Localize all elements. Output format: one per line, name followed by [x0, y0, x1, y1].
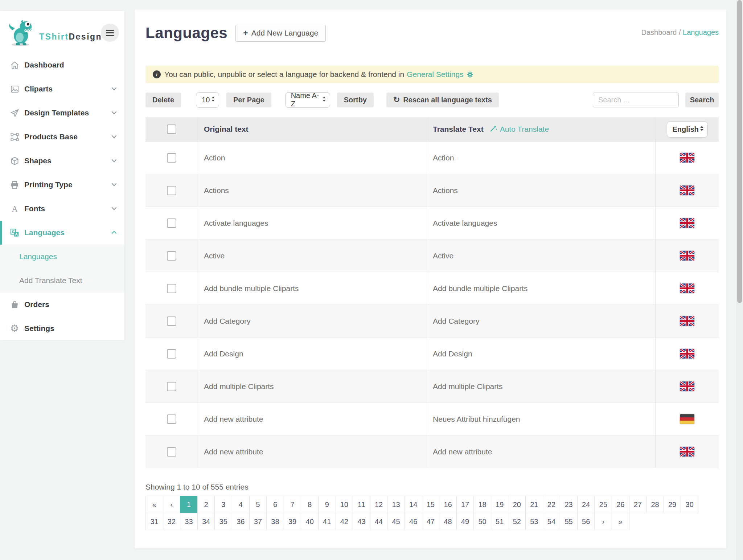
- page-button-11[interactable]: 11: [353, 496, 370, 513]
- page-button-15[interactable]: 15: [422, 496, 440, 513]
- page-button-51[interactable]: 51: [491, 513, 509, 530]
- page-button-2[interactable]: 2: [197, 496, 215, 513]
- page-button-41[interactable]: 41: [318, 513, 336, 530]
- page-button-39[interactable]: 39: [284, 513, 301, 530]
- page-button-17[interactable]: 17: [456, 496, 474, 513]
- row-checkbox[interactable]: [167, 414, 176, 424]
- page-button-56[interactable]: 56: [577, 513, 595, 530]
- page-last-button[interactable]: »: [612, 513, 629, 530]
- sortby-button[interactable]: Sortby: [337, 93, 374, 107]
- page-button-25[interactable]: 25: [594, 496, 612, 513]
- page-button-26[interactable]: 26: [612, 496, 629, 513]
- page-button-30[interactable]: 30: [681, 496, 698, 513]
- row-checkbox[interactable]: [167, 382, 176, 391]
- page-button-54[interactable]: 54: [543, 513, 561, 530]
- page-button-9[interactable]: 9: [318, 496, 336, 513]
- page-button-42[interactable]: 42: [336, 513, 353, 530]
- page-button-21[interactable]: 21: [525, 496, 543, 513]
- page-button-48[interactable]: 48: [439, 513, 457, 530]
- page-next-button[interactable]: ›: [594, 513, 612, 530]
- sidebar-item-dashboard[interactable]: Dashboard: [0, 53, 124, 77]
- page-button-18[interactable]: 18: [473, 496, 491, 513]
- page-prev-button[interactable]: ‹: [163, 496, 181, 513]
- row-checkbox[interactable]: [167, 153, 176, 163]
- sidebar-item-label: Fonts: [24, 204, 45, 213]
- sidebar-item-design-templates[interactable]: Design Templates: [0, 101, 124, 125]
- page-button-45[interactable]: 45: [387, 513, 405, 530]
- page-button-38[interactable]: 38: [266, 513, 284, 530]
- language-select[interactable]: English: [667, 121, 708, 138]
- page-button-27[interactable]: 27: [629, 496, 647, 513]
- general-settings-link[interactable]: General Settings: [407, 70, 463, 79]
- sidebar-item-languages[interactable]: ALanguages: [0, 221, 124, 245]
- page-button-6[interactable]: 6: [266, 496, 284, 513]
- add-new-language-button[interactable]: + Add New Language: [235, 25, 326, 42]
- sidebar-item-products-base[interactable]: Products Base: [0, 125, 124, 149]
- page-button-8[interactable]: 8: [301, 496, 319, 513]
- page-first-button[interactable]: «: [145, 496, 163, 513]
- page-button-19[interactable]: 19: [491, 496, 509, 513]
- page-button-49[interactable]: 49: [456, 513, 474, 530]
- page-button-43[interactable]: 43: [353, 513, 370, 530]
- page-button-50[interactable]: 50: [473, 513, 491, 530]
- page-button-28[interactable]: 28: [646, 496, 664, 513]
- page-button-13[interactable]: 13: [387, 496, 405, 513]
- page-button-31[interactable]: 31: [145, 513, 163, 530]
- page-button-16[interactable]: 16: [439, 496, 457, 513]
- row-checkbox[interactable]: [167, 284, 176, 293]
- row-checkbox[interactable]: [167, 349, 176, 359]
- sidebar-item-cliparts[interactable]: Cliparts: [0, 77, 124, 101]
- page-button-53[interactable]: 53: [525, 513, 543, 530]
- sort-select[interactable]: Name A-Z: [285, 92, 330, 108]
- page-button-24[interactable]: 24: [577, 496, 595, 513]
- page-button-14[interactable]: 14: [405, 496, 422, 513]
- sidebar-item-orders[interactable]: Orders: [0, 293, 124, 316]
- page-button-4[interactable]: 4: [232, 496, 250, 513]
- page-button-46[interactable]: 46: [405, 513, 422, 530]
- sidebar-item-shapes[interactable]: Shapes: [0, 149, 124, 173]
- page-button-47[interactable]: 47: [422, 513, 440, 530]
- page-button-22[interactable]: 22: [543, 496, 561, 513]
- page-button-40[interactable]: 40: [301, 513, 319, 530]
- page-button-34[interactable]: 34: [197, 513, 215, 530]
- scrollbar-thumb[interactable]: [737, 0, 742, 303]
- sidebar-item-printing-type[interactable]: Printing Type: [0, 173, 124, 197]
- per-page-select[interactable]: 10: [196, 92, 219, 108]
- row-checkbox[interactable]: [167, 186, 176, 195]
- page-button-37[interactable]: 37: [249, 513, 267, 530]
- page-button-35[interactable]: 35: [214, 513, 232, 530]
- page-button-10[interactable]: 10: [336, 496, 353, 513]
- row-checkbox[interactable]: [167, 251, 176, 261]
- search-button[interactable]: Search: [685, 93, 719, 107]
- page-button-5[interactable]: 5: [249, 496, 267, 513]
- delete-button[interactable]: Delete: [145, 93, 181, 107]
- row-checkbox[interactable]: [167, 316, 176, 326]
- page-button-36[interactable]: 36: [232, 513, 250, 530]
- page-button-23[interactable]: 23: [560, 496, 578, 513]
- page-button-44[interactable]: 44: [370, 513, 388, 530]
- page-button-29[interactable]: 29: [664, 496, 681, 513]
- page-button-20[interactable]: 20: [508, 496, 526, 513]
- page-button-3[interactable]: 3: [214, 496, 232, 513]
- select-all-checkbox[interactable]: [167, 124, 176, 134]
- row-checkbox[interactable]: [167, 218, 176, 228]
- page-button-55[interactable]: 55: [560, 513, 578, 530]
- search-input[interactable]: [593, 93, 679, 107]
- page-button-7[interactable]: 7: [284, 496, 301, 513]
- per-page-button[interactable]: Per Page: [226, 93, 271, 107]
- sidebar-item-settings[interactable]: ⚙Settings: [0, 316, 124, 340]
- page-button-1[interactable]: 1: [180, 496, 198, 513]
- auto-translate-link[interactable]: Auto Translate: [490, 124, 549, 134]
- sidebar-subitem-languages[interactable]: Languages: [0, 245, 124, 269]
- page-button-33[interactable]: 33: [180, 513, 198, 530]
- table-row: ActiveActive: [145, 240, 719, 272]
- breadcrumb-dashboard[interactable]: Dashboard: [641, 28, 677, 36]
- page-button-52[interactable]: 52: [508, 513, 526, 530]
- sidebar-item-fonts[interactable]: AFonts: [0, 197, 124, 221]
- page-button-32[interactable]: 32: [163, 513, 181, 530]
- sidebar-subitem-add-translate-text[interactable]: Add Translate Text: [0, 269, 124, 293]
- row-checkbox[interactable]: [167, 447, 176, 457]
- rescan-button[interactable]: ↻ Rescan all language texts: [386, 93, 499, 107]
- menu-toggle-button[interactable]: [101, 24, 119, 42]
- page-button-12[interactable]: 12: [370, 496, 388, 513]
